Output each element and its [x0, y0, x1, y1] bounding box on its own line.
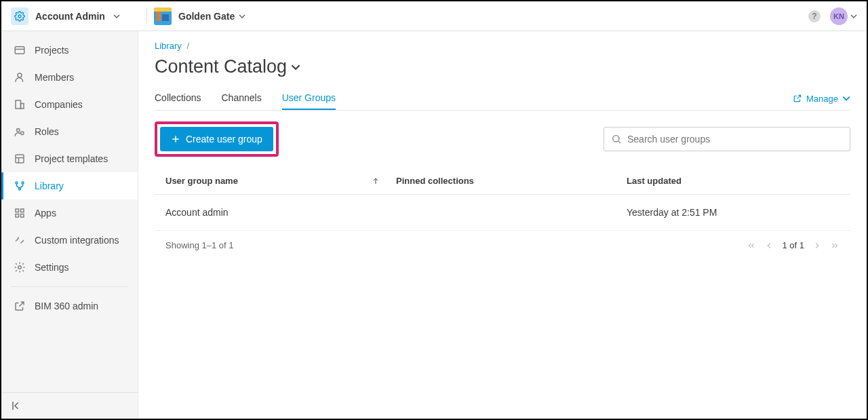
- svg-point-16: [22, 182, 24, 184]
- sidebar-item-roles[interactable]: Roles: [1, 118, 138, 145]
- svg-line-27: [618, 141, 620, 143]
- first-page-icon[interactable]: [747, 241, 756, 250]
- search-box[interactable]: [604, 127, 850, 151]
- svg-point-15: [16, 182, 18, 184]
- chevron-down-icon: [291, 62, 300, 72]
- roles-icon: [13, 125, 26, 138]
- integrations-icon: [13, 233, 26, 247]
- sidebar-item-label: Custom integrations: [35, 235, 119, 246]
- create-user-group-button[interactable]: Create user group: [160, 127, 273, 151]
- user-groups-table: User group name Pinned collections Last …: [155, 168, 850, 260]
- next-page-icon[interactable]: [812, 241, 822, 250]
- library-icon: [13, 179, 26, 193]
- sidebar-item-label: Companies: [35, 99, 83, 110]
- svg-point-0: [18, 15, 21, 18]
- cell-updated: Yesterday at 2:51 PM: [627, 207, 840, 218]
- toolbar: Create user group: [155, 111, 850, 168]
- breadcrumb-library[interactable]: Library: [155, 41, 182, 51]
- prev-page-icon[interactable]: [764, 241, 774, 250]
- gear-icon: [11, 7, 28, 25]
- separator: [11, 286, 128, 287]
- svg-rect-9: [21, 104, 24, 109]
- highlight-frame: Create user group: [155, 121, 279, 157]
- sidebar-item-settings[interactable]: Settings: [1, 254, 138, 281]
- templates-icon: [13, 152, 26, 166]
- svg-rect-4: [154, 7, 172, 12]
- sidebar-item-members[interactable]: Members: [1, 64, 138, 91]
- external-link-icon: [13, 299, 26, 313]
- external-link-icon: [793, 94, 802, 103]
- svg-point-7: [18, 73, 22, 77]
- sidebar-item-companies[interactable]: Companies: [1, 91, 138, 118]
- table-footer: Showing 1–1 of 1 1 of 1: [155, 231, 850, 260]
- top-bar: Account Admin Golden Gate ? KN: [1, 1, 867, 31]
- chevron-down-icon: [842, 94, 850, 102]
- sidebar-item-label: Library: [35, 180, 64, 191]
- account-switcher[interactable]: Account Admin: [11, 7, 146, 25]
- sidebar-item-project-templates[interactable]: Project templates: [1, 145, 138, 172]
- column-header-pinned[interactable]: Pinned collections: [396, 176, 627, 186]
- apps-icon: [13, 206, 26, 220]
- sidebar-item-library[interactable]: Library: [1, 172, 138, 199]
- svg-point-11: [21, 132, 24, 135]
- project-thumbnail: [154, 7, 172, 25]
- breadcrumb-separator: /: [186, 41, 189, 51]
- svg-point-26: [613, 136, 619, 142]
- manage-link[interactable]: Manage: [793, 94, 850, 104]
- tab-channels[interactable]: Channels: [221, 87, 261, 110]
- account-label: Account Admin: [35, 11, 105, 22]
- search-input[interactable]: [627, 134, 843, 145]
- project-name: Golden Gate: [178, 11, 235, 22]
- showing-text: Showing 1–1 of 1: [165, 240, 233, 250]
- projects-icon: [13, 43, 26, 57]
- sidebar-item-label: Apps: [35, 208, 56, 218]
- sidebar-item-apps[interactable]: Apps: [1, 199, 138, 227]
- collapse-sidebar-icon[interactable]: [11, 400, 128, 412]
- cell-pinned: [396, 207, 627, 218]
- user-menu[interactable]: KN: [830, 7, 857, 25]
- cell-name: Account admin: [165, 207, 396, 218]
- sidebar-item-projects[interactable]: Projects: [1, 37, 138, 64]
- create-button-label: Create user group: [186, 134, 262, 145]
- members-icon: [13, 71, 26, 84]
- svg-rect-19: [21, 209, 24, 212]
- project-switcher[interactable]: Golden Gate: [178, 11, 245, 22]
- separator: [146, 8, 147, 24]
- svg-rect-5: [15, 47, 24, 54]
- sidebar-item-label: Roles: [35, 126, 59, 137]
- sidebar-item-bim360-admin[interactable]: BIM 360 admin: [1, 292, 138, 320]
- column-header-name[interactable]: User group name: [165, 176, 396, 186]
- page-title-switcher[interactable]: Content Catalog: [155, 56, 850, 77]
- pager: 1 of 1: [747, 240, 840, 250]
- chevron-down-icon: [850, 13, 857, 20]
- avatar: KN: [830, 7, 848, 25]
- page-info: 1 of 1: [782, 240, 804, 250]
- svg-rect-21: [21, 214, 24, 218]
- arrow-up-icon: [372, 177, 380, 185]
- last-page-icon[interactable]: [830, 241, 840, 250]
- page-title: Content Catalog: [155, 56, 287, 77]
- search-icon: [611, 134, 622, 145]
- svg-rect-20: [16, 214, 19, 218]
- svg-rect-2: [157, 12, 161, 21]
- breadcrumb: Library /: [155, 41, 850, 51]
- sidebar: Projects Members Companies Roles Project…: [1, 31, 138, 419]
- sidebar-item-custom-integrations[interactable]: Custom integrations: [1, 227, 138, 254]
- column-header-updated[interactable]: Last updated: [627, 176, 840, 186]
- svg-rect-3: [162, 14, 169, 21]
- chevron-down-icon: [113, 13, 120, 20]
- tab-collections[interactable]: Collections: [155, 87, 201, 110]
- tabs: Collections Channels User Groups Manage: [155, 87, 850, 111]
- table-header: User group name Pinned collections Last …: [155, 168, 850, 195]
- table-row[interactable]: Account admin Yesterday at 2:51 PM: [155, 195, 850, 231]
- svg-rect-12: [16, 155, 24, 163]
- settings-icon: [13, 261, 26, 274]
- help-icon[interactable]: ?: [808, 10, 821, 22]
- tab-user-groups[interactable]: User Groups: [282, 87, 336, 110]
- manage-label: Manage: [806, 94, 838, 104]
- companies-icon: [13, 98, 26, 111]
- sidebar-item-label: BIM 360 admin: [35, 301, 98, 311]
- sidebar-item-label: Members: [35, 72, 74, 83]
- svg-point-10: [17, 129, 20, 132]
- chevron-down-icon: [239, 13, 245, 20]
